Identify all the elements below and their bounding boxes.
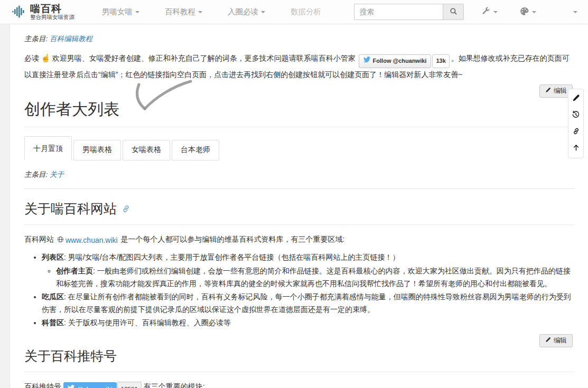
chevron-down-icon bbox=[493, 11, 498, 13]
bullet-label: 创作者主页 bbox=[56, 267, 93, 275]
section-title-twitter: 关于百科推特号 bbox=[24, 347, 574, 372]
waveform-logo-icon bbox=[12, 5, 25, 18]
globe-icon bbox=[57, 234, 64, 247]
bullet-label: 吃瓜区 bbox=[42, 292, 64, 301]
bullet-text: : 关于版权与使用许可、百科编辑教程、入圈必读等 bbox=[64, 318, 231, 327]
bullet-text: : 一般由老师们或粉丝们编辑创建，会放一些有意思的简介和作品链接。这是百科最核心… bbox=[56, 267, 571, 288]
list-item: 吃瓜区: 在尽量让所有创作者都能被看到的同时，百科有义务标记风险，每一个小圈子都… bbox=[42, 290, 574, 316]
tab-bar: 十月置顶 男喘表格 女喘表格 台本老师 bbox=[24, 136, 574, 160]
twitter-intro-post: 有三个重要的模块: bbox=[144, 382, 205, 388]
hatnote-prefix: 主条目: bbox=[24, 171, 48, 178]
twitter-follow-button[interactable]: Follow @chuanwiki bbox=[359, 54, 432, 68]
up-arrow-icon bbox=[572, 144, 580, 153]
must-read-label: 必读 bbox=[24, 54, 39, 62]
section-edit-row: 编辑 bbox=[24, 334, 573, 347]
bullet-label: 科普区 bbox=[42, 318, 64, 327]
edit-button-label: 编辑 bbox=[554, 336, 567, 345]
site-bullet-list: 列表区: 男喘/女喘/台本/配图四大列表，主要用于放置创作者各平台链接（包括在喘… bbox=[24, 251, 574, 328]
pencil-icon bbox=[572, 94, 580, 103]
edit-button[interactable]: 编辑 bbox=[539, 334, 573, 347]
site-intro-paragraph: 百科网站 www.chuan.wiki 是一个每个人都可以参与编辑的维基百科式资… bbox=[24, 233, 574, 247]
search-icon bbox=[450, 7, 458, 17]
twitter-bird-icon bbox=[68, 384, 74, 388]
navbar-tools bbox=[482, 7, 578, 17]
site-link-label: www.chuan.wiki bbox=[66, 234, 118, 247]
nav-item-male-female[interactable]: 男喘女喘 bbox=[102, 7, 139, 17]
bullet-text: : 男喘/女喘/台本/配图四大列表，主要用于放置创作者各平台链接（包括在喘百科网… bbox=[64, 253, 399, 261]
nav-item-tutorials[interactable]: 百科教程 bbox=[165, 7, 202, 17]
section-title-site: 关于喘百科网站 bbox=[24, 200, 574, 225]
tab-script-teachers[interactable]: 台本老师 bbox=[172, 140, 219, 160]
hatnote-link[interactable]: 百科编辑教程 bbox=[50, 35, 92, 43]
list-item: 列表区: 男喘/女喘/台本/配图四大列表，主要用于放置创作者各平台链接（包括在喘… bbox=[42, 251, 574, 289]
chevron-down-icon bbox=[573, 11, 577, 13]
sub-bullet-list: 创作者主页: 一般由老师们或粉丝们编辑创建，会放一些有意思的简介和作品链接。这是… bbox=[42, 264, 574, 290]
intro-text-1: 欢迎男喘、女喘爱好者创建、修正和补充自己了解的词条，更多技术问题请联系喘百科小管… bbox=[52, 54, 356, 62]
site-intro-post: 是一个每个人都可以参与编辑的维基百科式资料库，有三个重要区域: bbox=[121, 235, 345, 243]
chain-link-icon bbox=[122, 201, 130, 216]
section-title-text: 关于喘百科网站 bbox=[24, 200, 117, 217]
page-tools-toolbar bbox=[568, 89, 584, 158]
tab-october-pinned[interactable]: 十月置顶 bbox=[24, 136, 72, 160]
content-area: 主条目: 百科编辑教程 必读☝欢迎男喘、女喘爱好者创建、修正和补充自己了解的词条… bbox=[10, 24, 588, 388]
hatnote-main-article: 主条目: 百科编辑教程 bbox=[24, 34, 574, 44]
palette-icon bbox=[520, 7, 529, 17]
tools-menu-button[interactable] bbox=[482, 7, 498, 17]
search-button[interactable] bbox=[443, 4, 464, 20]
list-item: 创作者主页: 一般由老师们或粉丝们编辑创建，会放一些有意思的简介和作品链接。这是… bbox=[56, 264, 574, 290]
page: 喘百科 整合男喘女喘资源 男喘女喘 百科教程 入圈必读 数据分析 bbox=[0, 0, 588, 388]
collapsed-menu-toggle[interactable] bbox=[573, 11, 577, 13]
chevron-down-icon bbox=[532, 11, 536, 13]
pencil-icon bbox=[545, 87, 551, 94]
search-input[interactable] bbox=[354, 4, 443, 20]
nav-item-data-analysis[interactable]: 数据分析 bbox=[291, 7, 321, 17]
site-title: 喘百科 bbox=[30, 4, 74, 14]
nav-item-label: 百科教程 bbox=[165, 7, 195, 17]
follower-count-badge: 12531 bbox=[117, 382, 142, 388]
list-item: 科普区: 关于版权与使用许可、百科编辑教程、入圈必读等 bbox=[42, 316, 574, 329]
tab-male-table[interactable]: 男喘表格 bbox=[73, 140, 121, 160]
bullet-label: 列表区 bbox=[42, 253, 64, 261]
chevron-down-icon bbox=[198, 11, 202, 13]
nav-item-must-read[interactable]: 入圈必读 bbox=[228, 7, 265, 17]
scroll-to-top-button[interactable] bbox=[572, 144, 580, 153]
hatnote-about: 主条目: 关于 bbox=[24, 170, 574, 179]
chevron-down-icon bbox=[261, 11, 265, 13]
twitter-intro-paragraph: 百科推特号 @chuanwiki 12531有三个重要的模块: bbox=[24, 380, 574, 388]
history-button[interactable] bbox=[572, 110, 580, 120]
nav-item-label: 男喘女喘 bbox=[102, 7, 133, 17]
intro-paragraph: 必读☝欢迎男喘、女喘爱好者创建、修正和补充自己了解的词条，更多技术问题请联系喘百… bbox=[24, 51, 574, 81]
edit-page-button[interactable] bbox=[572, 94, 580, 103]
chain-link-icon bbox=[572, 127, 580, 137]
site-logo[interactable]: 喘百科 整合男喘女喘资源 bbox=[12, 4, 74, 21]
primary-nav: 男喘女喘 百科教程 入圈必读 数据分析 bbox=[102, 7, 321, 17]
twitter-handle-label: @chuanwiki bbox=[77, 384, 113, 388]
brand-text: 喘百科 整合男喘女喘资源 bbox=[30, 4, 74, 21]
theme-menu-button[interactable] bbox=[520, 7, 536, 17]
wrench-icon bbox=[482, 7, 490, 17]
follower-count-badge: 13k bbox=[432, 54, 449, 68]
pointing-up-finger-icon: ☝ bbox=[41, 53, 51, 62]
top-navbar: 喘百科 整合男喘女喘资源 男喘女喘 百科教程 入圈必读 数据分析 bbox=[0, 0, 588, 24]
history-icon bbox=[572, 110, 580, 120]
hatnote-prefix: 主条目: bbox=[24, 35, 48, 43]
site-subtitle: 整合男喘女喘资源 bbox=[30, 14, 74, 20]
twitter-bird-icon bbox=[363, 56, 370, 67]
chevron-down-icon bbox=[135, 11, 139, 13]
pencil-icon bbox=[545, 337, 551, 344]
twitter-account-badge[interactable]: @chuanwiki bbox=[63, 382, 117, 388]
bullet-text: : 在尽量让所有创作者都能被看到的同时，百科有义务标记风险，每一个小圈子都充满着… bbox=[42, 292, 571, 314]
follow-button-label: Follow @chuanwiki bbox=[373, 56, 427, 67]
page-title: 创作者大列表 bbox=[24, 99, 574, 127]
hatnote-link[interactable]: 关于 bbox=[50, 171, 64, 178]
section-divider bbox=[24, 188, 574, 189]
twitter-intro-pre: 百科推特号 bbox=[24, 382, 61, 388]
section-edit-row: 编辑 bbox=[24, 84, 573, 98]
tab-female-table[interactable]: 女喘表格 bbox=[123, 140, 170, 160]
section-title-text: 关于百科推特号 bbox=[24, 347, 117, 365]
section-anchor-link[interactable] bbox=[122, 201, 130, 216]
permalink-button[interactable] bbox=[572, 127, 580, 137]
edit-button-label: 编辑 bbox=[554, 87, 567, 96]
search-form bbox=[354, 4, 464, 20]
site-link[interactable]: www.chuan.wiki bbox=[57, 234, 118, 247]
